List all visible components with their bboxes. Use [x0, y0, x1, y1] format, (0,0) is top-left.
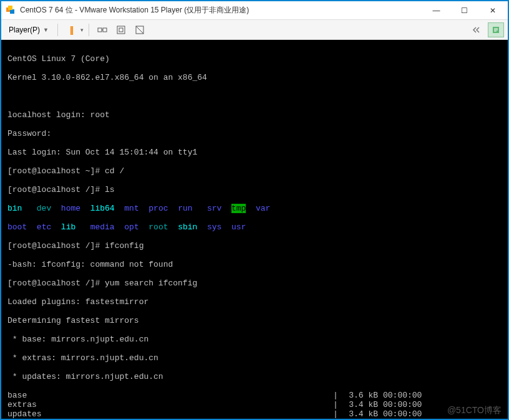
- dir-entry: lib: [61, 222, 75, 232]
- terminal-line: [root@localhost /]# ifconfig: [7, 241, 502, 251]
- terminal-line: * extras: mirrors.njupt.edu.cn: [7, 353, 502, 363]
- dir-entry: mnt: [124, 204, 138, 213]
- repo-row: extras|3.4 kB00:00:00: [7, 400, 502, 409]
- terminal-line: -bash: ifconfig: command not found: [7, 260, 502, 269]
- svg-rect-6: [117, 26, 125, 34]
- svg-rect-3: [98, 28, 102, 32]
- ls-output-row: boot etc lib media opt root sbin sys usr: [7, 222, 502, 232]
- toolbar-separator: [57, 24, 58, 36]
- maximize-button[interactable]: ☐: [450, 2, 478, 19]
- repo-name: updates: [7, 409, 332, 419]
- terminal-line: Loaded plugins: fastestmirror: [7, 297, 502, 307]
- dir-entry: lib64: [90, 204, 115, 213]
- separator: |: [332, 409, 339, 419]
- titlebar: CentOS 7 64 位 - VMware Workstation 15 Pl…: [1, 1, 508, 20]
- cycle-multiple-monitors-button[interactable]: [469, 22, 485, 37]
- preferences-button[interactable]: [488, 22, 504, 37]
- chevron-down-icon: ▼: [43, 27, 49, 33]
- toolbar-separator: [89, 24, 89, 36]
- repo-time: 00:00:00: [383, 391, 433, 400]
- watermark: @51CTO博客: [447, 406, 502, 415]
- pause-button[interactable]: ||: [63, 22, 79, 37]
- svg-rect-7: [119, 28, 123, 32]
- send-keys-icon: [97, 25, 107, 35]
- terminal-line: * base: mirrors.njupt.edu.cn: [7, 335, 502, 344]
- svg-rect-1: [10, 9, 14, 14]
- dir-entry: tmp: [231, 204, 246, 213]
- terminal[interactable]: CentOS Linux 7 (Core) Kernel 3.10.0-862.…: [1, 40, 508, 419]
- dir-entry: boot: [7, 222, 27, 232]
- terminal-line: [root@localhost /]# yum search ifconfig: [7, 279, 502, 288]
- dir-entry: sys: [207, 222, 221, 232]
- dir-entry: root: [148, 222, 168, 232]
- svg-rect-2: [8, 6, 12, 10]
- close-button[interactable]: ✕: [478, 2, 507, 19]
- terminal-line: CentOS Linux 7 (Core): [7, 54, 502, 64]
- svg-rect-4: [103, 28, 107, 32]
- dir-entry: opt: [124, 222, 138, 232]
- toolbar: Player(P) ▼ || ▾: [1, 20, 508, 40]
- terminal-line: [root@localhost /]# ls: [7, 185, 502, 194]
- terminal-line: Determining fastest mirrors: [7, 316, 502, 325]
- dir-entry: srv: [207, 204, 221, 213]
- repo-size: 3.4 kB: [339, 400, 383, 409]
- player-menu-button[interactable]: Player(P) ▼: [5, 24, 52, 36]
- repo-time: 00:00:00: [383, 400, 433, 409]
- svg-line-9: [136, 26, 143, 34]
- dir-entry: etc: [37, 222, 51, 232]
- separator: |: [332, 400, 339, 409]
- note-icon: [492, 26, 500, 34]
- dir-entry: media: [90, 222, 115, 232]
- terminal-line: Kernel 3.10.0-862.el7.x86_64 on an x86_6…: [7, 73, 502, 82]
- repo-time: 00:00:00: [383, 409, 433, 419]
- unity-button[interactable]: [132, 22, 148, 37]
- vmware-player-icon: [6, 6, 16, 16]
- dir-entry: home: [61, 204, 80, 213]
- repo-name: base: [7, 391, 332, 400]
- dir-entry: run: [178, 204, 192, 213]
- unity-icon: [135, 25, 145, 35]
- separator: |: [332, 391, 339, 400]
- dir-entry: bin: [7, 204, 22, 213]
- repo-row: updates|3.4 kB00:00:00: [7, 409, 502, 419]
- double-chevron-left-icon: [472, 27, 482, 33]
- terminal-line: Last login: Sun Oct 14 15:01:44 on tty1: [7, 148, 502, 157]
- minimize-button[interactable]: —: [422, 2, 450, 19]
- repo-row: base|3.6 kB00:00:00: [7, 391, 502, 400]
- fullscreen-button[interactable]: [113, 22, 129, 37]
- dir-entry: var: [256, 204, 270, 213]
- dir-entry: proc: [148, 204, 168, 213]
- repo-size: 3.4 kB: [339, 409, 383, 419]
- terminal-line: localhost login: root: [7, 110, 502, 120]
- terminal-line: [root@localhost ~]# cd /: [7, 166, 502, 176]
- dir-entry: usr: [231, 222, 246, 232]
- terminal-line: [7, 92, 502, 101]
- repo-size: 3.6 kB: [339, 391, 383, 400]
- terminal-line: Password:: [7, 129, 502, 138]
- window-title: CentOS 7 64 位 - VMware Workstation 15 Pl…: [20, 5, 422, 16]
- send-ctrl-alt-del-button[interactable]: [94, 22, 110, 37]
- dir-entry: dev: [37, 204, 51, 213]
- ls-output-row: bin dev home lib64 mnt proc run srv tmp …: [7, 204, 502, 213]
- pause-icon: ||: [70, 24, 72, 35]
- chevron-down-icon[interactable]: ▾: [80, 27, 84, 33]
- fullscreen-icon: [116, 25, 126, 35]
- repo-name: extras: [7, 400, 332, 409]
- terminal-line: * updates: mirrors.njupt.edu.cn: [7, 372, 502, 381]
- dir-entry: sbin: [178, 222, 197, 232]
- player-menu-label: Player(P): [9, 26, 40, 34]
